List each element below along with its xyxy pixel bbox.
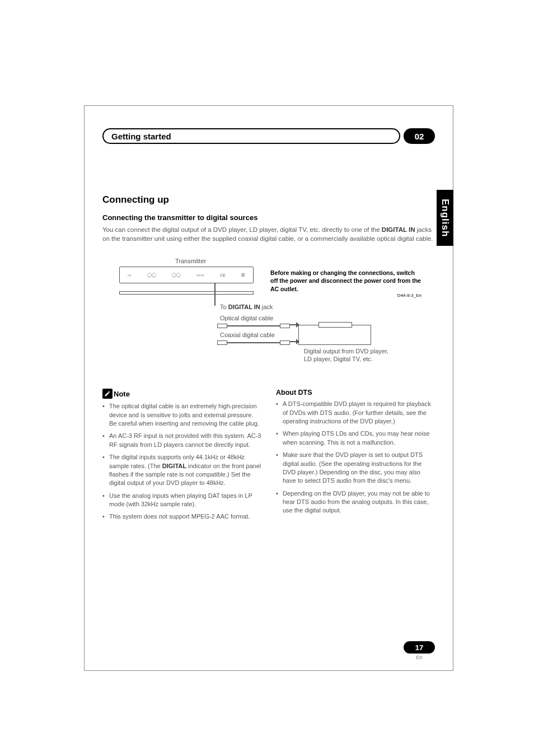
intro-pre: You can connect the digital output of a … [102,226,382,233]
transmitter-box: ▭◯◯◯◯▭▭CE▥ [119,267,254,283]
coax-cable-graphic [217,340,290,345]
section-heading: Connecting up [102,194,435,206]
pencil-icon [102,389,113,399]
chapter-number-badge: 02 [404,128,435,144]
warning-text: Before making or changing the connection… [270,269,421,298]
device-slot [318,322,352,328]
list-item: Depending on the DVD player, you may not… [276,489,435,515]
chapter-header: Getting started 02 [102,128,435,144]
intro-paragraph: You can connect the digital output of a … [102,225,435,243]
optical-cable-graphic [217,324,290,328]
language-tab: English [437,190,453,246]
page-number: 17 [415,643,423,652]
subsection-heading: Connecting the transmitter to digital so… [102,213,435,222]
warning-body: Before making or changing the connection… [270,269,421,292]
about-column: About DTS A DTS-compatible DVD player is… [276,389,435,525]
list-item: Make sure that the DVD player is set to … [276,451,435,486]
page-number-badge: 17 [404,641,435,654]
device-box [298,325,371,345]
note-heading: Note [102,389,261,399]
connection-diagram: Transmitter ▭◯◯◯◯▭▭CE▥ Before making or … [102,258,435,375]
note-list: The optical digital cable is an extremel… [102,402,261,521]
transmitter-base [119,291,254,295]
list-item: When playing DTS LDs and CDs, you may he… [276,430,435,447]
transmitter-label: Transmitter [175,258,206,264]
page-language: En [404,655,435,660]
jack-label: To DIGITAL IN jack [220,304,273,310]
about-list: A DTS-compatible DVD player is required … [276,400,435,515]
intro-bold: DIGITAL IN [382,226,415,233]
chapter-number: 02 [415,132,424,141]
list-item: This system does not support MPEG-2 AAC … [102,512,261,521]
page-footer: 17 En [404,641,435,660]
list-item: Use the analog inputs when playing DAT t… [102,492,261,509]
coax-cable-label: Coaxial digital cable [220,332,275,338]
page-frame: Getting started 02 English Connecting up… [84,105,453,671]
warning-code: D44-8-3_En [270,293,421,299]
optical-cable-label: Optical digital cable [220,315,273,321]
about-dts-title: About DTS [276,389,435,396]
note-title: Note [114,390,130,398]
list-item: The digital inputs supports only 44.1kHz… [102,453,261,488]
chapter-title-pill: Getting started [102,128,400,144]
connection-line [214,283,216,306]
columns: Note The optical digital cable is an ext… [102,389,435,525]
list-item: The optical digital cable is an extremel… [102,402,261,428]
note-column: Note The optical digital cable is an ext… [102,389,261,525]
device-caption: Digital output from DVD player, LD playe… [304,347,394,363]
chapter-title: Getting started [111,132,171,141]
list-item: An AC-3 RF input is not provided with th… [102,432,261,449]
language-tab-label: English [439,199,451,237]
list-item: A DTS-compatible DVD player is required … [276,400,435,426]
